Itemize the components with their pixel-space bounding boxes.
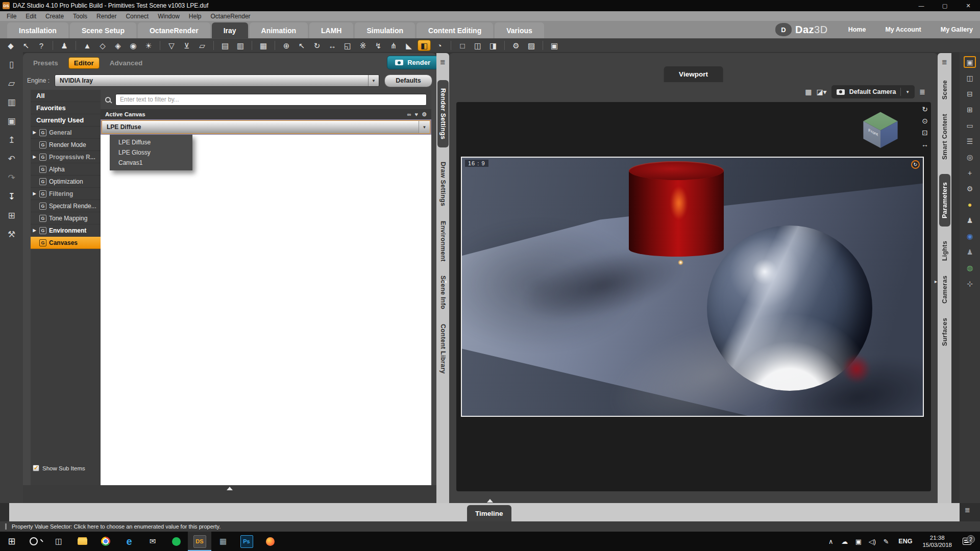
tab-various[interactable]: Various (495, 22, 544, 38)
create-null-icon[interactable]: ◇ (96, 40, 109, 51)
dock-tab-scene[interactable]: Scene (941, 80, 948, 99)
category-general[interactable]: ▶GGeneral (31, 127, 101, 139)
pane-options-icon[interactable]: ≣ (440, 58, 446, 66)
chevron-down-icon[interactable]: ▼ (419, 121, 430, 133)
daz-studio-icon[interactable]: DS (188, 532, 211, 551)
defaults-button[interactable]: Defaults (384, 74, 432, 87)
aim-target-icon[interactable]: ◎ (964, 151, 976, 163)
link-my-gallery[interactable]: My Gallery (941, 26, 973, 33)
canvas-option-lpe-glossy[interactable]: LPE Glossy (110, 147, 192, 158)
download-icon[interactable]: ↧ (5, 190, 18, 203)
mannequin-icon[interactable]: ♟ (964, 246, 976, 258)
volume-icon[interactable]: ◁) (865, 538, 879, 545)
task-view-button[interactable]: ◫ (47, 532, 70, 551)
translate-tool-icon[interactable]: ↔ (326, 40, 339, 51)
tab-installation[interactable]: Installation (7, 22, 68, 38)
menu-help[interactable]: Help (184, 13, 206, 20)
menu-octanerender[interactable]: OctaneRender (206, 13, 255, 20)
node-select-icon[interactable]: ↖ (295, 40, 308, 51)
mail-icon[interactable]: ✉ (141, 532, 164, 551)
aspect-frame-icon[interactable]: ▦ (805, 88, 812, 96)
surface-select-icon[interactable]: ◣ (402, 40, 415, 51)
dock-tab-render-settings[interactable]: Render Settings (437, 80, 449, 147)
minimize-button[interactable]: — (910, 0, 933, 11)
spot-render-icon[interactable]: ◧ (418, 40, 431, 51)
expand-arrow-icon[interactable]: ▶ (32, 130, 37, 135)
view-navigation-cube[interactable]: Front (863, 111, 898, 148)
joint-gear-icon[interactable]: ⚙ (964, 183, 976, 194)
pane-options-icon[interactable]: ≣ (942, 58, 947, 66)
viewport-title-tab[interactable]: Viewport (664, 66, 723, 82)
collapse-right-arrow[interactable]: ▸ (935, 279, 937, 284)
content-library-icon[interactable]: ▥ (5, 96, 18, 108)
figure-icon[interactable]: ♟ (964, 214, 976, 226)
dock-tab-draw-settings[interactable]: Draw Settings (439, 162, 447, 206)
outline-list-icon[interactable]: ☰ (964, 135, 976, 147)
layout-grid-icon[interactable]: ⊞ (964, 104, 976, 115)
dock-tab-smart-content[interactable]: Smart Content (941, 114, 948, 160)
frame-view-icon[interactable]: ⊡ (921, 129, 928, 137)
scene-navigator-icon[interactable]: ⊕ (280, 40, 293, 51)
render-camera-icon[interactable]: ▣ (548, 40, 561, 51)
network-display-icon[interactable]: ▣ (851, 538, 865, 545)
zoom-icon[interactable]: ⊙ (921, 117, 928, 125)
spin-view-icon[interactable]: ↻ (911, 160, 920, 169)
category-alpha[interactable]: ▶GAlpha (31, 163, 101, 176)
gear-icon[interactable]: ⚙ (422, 111, 427, 118)
onedrive-icon[interactable]: ☁ (838, 538, 851, 545)
install-icon[interactable]: ⊞ (5, 209, 18, 221)
render-view-frame[interactable]: 16 : 9 ↻ (461, 157, 924, 417)
create-primitive-icon[interactable]: ▲ (81, 40, 94, 51)
create-bone-icon[interactable]: ⊻ (180, 40, 193, 51)
expand-arrow-icon[interactable]: ▶ (32, 191, 37, 196)
create-camera-icon[interactable]: ◉ (127, 40, 140, 51)
engine-select[interactable]: NVIDIA Iray ▼ (55, 74, 379, 87)
category-optimization[interactable]: ▶GOptimization (31, 176, 101, 188)
file-explorer-icon[interactable] (70, 532, 94, 551)
geometry-editor-icon[interactable]: □ (456, 40, 469, 51)
canvas-option-lpe-diffuse[interactable]: LPE Diffuse (110, 137, 192, 147)
menu-tools[interactable]: Tools (68, 13, 92, 20)
axis-icon[interactable]: + (964, 167, 976, 179)
globe-icon[interactable]: ◍ (964, 262, 976, 273)
save-file-icon[interactable]: ▣ (5, 115, 18, 127)
close-button[interactable]: ✕ (957, 0, 980, 11)
menu-render[interactable]: Render (92, 13, 121, 20)
layout-rows-icon[interactable]: ⊟ (964, 88, 976, 99)
show-sub-items-checkbox[interactable] (33, 465, 39, 471)
tab-simulation[interactable]: Simulation (355, 22, 415, 38)
dock-tab-surfaces[interactable]: Surfaces (941, 318, 948, 346)
link-home[interactable]: Home (848, 26, 866, 33)
menu-edit[interactable]: Edit (21, 13, 41, 20)
dock-tab-lights[interactable]: Lights (941, 241, 948, 261)
tab-scene-setup[interactable]: Scene Setup (70, 22, 136, 38)
category-render-mode[interactable]: ▶GRender Mode (31, 139, 101, 151)
new-file-icon[interactable]: ▯ (5, 58, 18, 70)
chevron-down-icon[interactable]: ▼ (368, 75, 379, 86)
rig-tool-icon[interactable]: ⚒ (5, 228, 18, 240)
splitter-up-arrow[interactable] (227, 487, 233, 490)
category-spectral-rendering[interactable]: ▶GSpectral Rende... (31, 200, 101, 212)
orbit-icon[interactable]: ↻ (921, 105, 928, 113)
node-editor-icon[interactable]: ⋔ (387, 40, 400, 51)
maximize-button[interactable]: ▢ (933, 0, 957, 11)
create-figure-icon[interactable]: ♟ (58, 40, 71, 51)
export-file-icon[interactable]: ↥ (5, 134, 18, 146)
menu-file[interactable]: File (2, 13, 21, 20)
rotate-tool-icon[interactable]: ↻ (310, 40, 324, 51)
timeline-tab[interactable]: Timeline (467, 505, 511, 521)
redo-icon[interactable]: ↷ (5, 171, 18, 184)
help-icon[interactable]: ? (35, 40, 48, 51)
viewport-options-icon[interactable]: ≣ (919, 88, 925, 96)
layout-wide-icon[interactable]: ▭ (964, 119, 976, 131)
link-icon[interactable]: ∞ (407, 111, 411, 118)
active-canvas-select[interactable]: LPE Diffuse ▼ (102, 120, 430, 134)
dock-tab-environment[interactable]: Environment (439, 221, 447, 262)
import-icon[interactable]: ▤ (218, 40, 232, 51)
install-manager-icon[interactable]: ▦ (211, 532, 235, 551)
spotify-icon[interactable] (164, 532, 188, 551)
category-all[interactable]: All (31, 90, 101, 102)
expand-arrow-icon[interactable]: ▶ (32, 155, 37, 159)
dock-tab-cameras[interactable]: Cameras (941, 276, 948, 304)
tab-lamh[interactable]: LAMH (309, 22, 353, 38)
